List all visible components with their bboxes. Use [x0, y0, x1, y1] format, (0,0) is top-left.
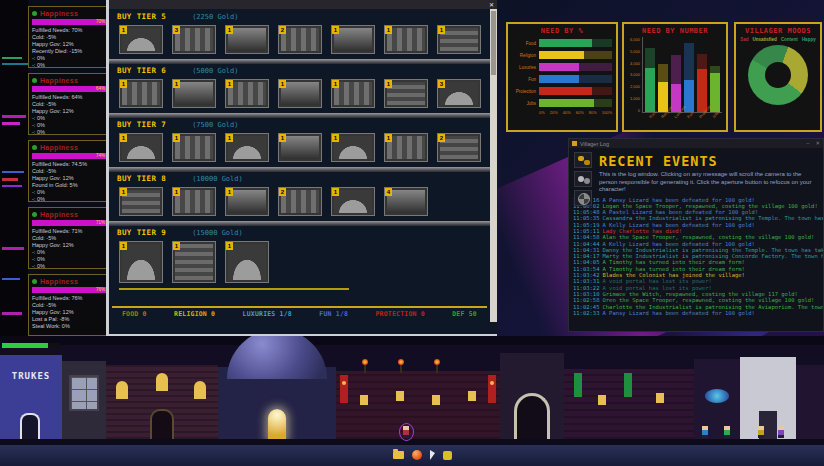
chart-title: VILLAGER MOODS — [740, 27, 816, 35]
building-arched-hall[interactable] — [500, 353, 564, 439]
building-tile[interactable]: 1 — [225, 79, 269, 108]
tile-count-badge: 3 — [173, 26, 180, 34]
close-icon[interactable]: ✕ — [489, 2, 494, 8]
building-tile[interactable]: 1 — [119, 133, 163, 162]
building-tile[interactable]: 1 — [172, 79, 216, 108]
shop-titlebar[interactable]: ✕ — [109, 0, 497, 9]
happiness-stat-line: Happy Gov: 12% — [32, 41, 106, 48]
torch — [436, 363, 438, 373]
building-tile[interactable]: 1 — [172, 187, 216, 216]
villager-sprite[interactable] — [778, 426, 784, 438]
building-tile[interactable]: 1 — [278, 133, 322, 162]
building-oval-window[interactable] — [694, 359, 740, 439]
close-icon[interactable]: ✕ — [815, 141, 820, 146]
game-scene[interactable]: TRUKES — [0, 336, 824, 445]
tier-buy-label[interactable]: BUY TIER 8 — [117, 174, 166, 183]
happiness-title: Happiness — [40, 211, 78, 218]
taskbar[interactable] — [0, 445, 824, 466]
building-tile[interactable]: 1 — [119, 79, 163, 108]
building-tile[interactable]: 3 — [172, 25, 216, 54]
tile-count-badge: 1 — [120, 188, 127, 196]
building-tile[interactable]: 1 — [119, 187, 163, 216]
happiness-stat-line: Cold: -5% — [32, 302, 106, 309]
building-tile[interactable]: 1 — [437, 25, 481, 54]
building-tile[interactable]: 2 — [437, 133, 481, 162]
tier-buy-label[interactable]: BUY TIER 6 — [117, 66, 166, 75]
building-tile[interactable]: 1 — [331, 79, 375, 108]
building-tile[interactable]: 1 — [119, 241, 163, 283]
building-tile[interactable]: 1 — [331, 25, 375, 54]
building-thumbnail — [387, 190, 425, 213]
player-character[interactable] — [403, 426, 409, 438]
need-num-xlabels: FoodReligionLuxuriesFunProtectionJobs — [646, 113, 722, 121]
building-tile[interactable]: 1 — [384, 79, 428, 108]
happiness-stat-line: Fulfilled Needs: 70% — [32, 27, 106, 34]
lit-window — [360, 395, 368, 405]
building-tile[interactable]: 1 — [225, 187, 269, 216]
need-pct-row: Luxuries — [512, 61, 612, 73]
building-tile[interactable]: 2 — [278, 25, 322, 54]
building-tile[interactable]: 1 — [225, 241, 269, 283]
app-icon[interactable] — [443, 451, 452, 460]
log-entry[interactable]: 11:02:33A Pansy Lizard has been defeated… — [573, 310, 821, 316]
villager-moods-panel: VILLAGER MOODS SadUnsatisfiedContentHapp… — [734, 22, 822, 132]
building-dome-temple[interactable] — [218, 367, 336, 439]
aperture-icon[interactable] — [574, 190, 592, 206]
happiness-header: Happiness — [32, 9, 106, 18]
tier-buy-label[interactable]: BUY TIER 7 — [117, 120, 166, 129]
building-thumbnail — [228, 136, 266, 159]
tier-buy-label[interactable]: BUY TIER 9 — [117, 228, 166, 237]
building-shopfront[interactable] — [62, 361, 106, 439]
glowing-door[interactable] — [268, 409, 286, 439]
building-trukes[interactable]: TRUKES — [0, 355, 62, 439]
browser-icon[interactable] — [412, 450, 422, 460]
happiness-stat-line: -: 0% — [32, 115, 106, 122]
building-tile[interactable]: 1 — [225, 133, 269, 162]
building-tile[interactable]: 1 — [384, 133, 428, 162]
need-pct-row: Jobs — [512, 97, 612, 109]
events-header: RECENT EVENTS — [599, 153, 819, 169]
building-brick-tavern[interactable] — [106, 365, 218, 439]
building-tile[interactable]: 1 — [225, 25, 269, 54]
minimize-icon[interactable]: – — [806, 141, 809, 146]
building-tile[interactable]: 3 — [437, 79, 481, 108]
section-divider — [109, 221, 497, 226]
events-titlebar[interactable]: Villager Log – ✕ — [569, 139, 823, 148]
building-tile[interactable]: 2 — [278, 187, 322, 216]
building-door[interactable] — [20, 413, 40, 439]
tier-buy-label[interactable]: BUY TIER 5 — [117, 12, 166, 21]
villager-sprite[interactable] — [724, 426, 730, 438]
building-door[interactable] — [150, 409, 174, 439]
happiness-panel: Happiness74%Fulfilled Needs: 74.5%Cold: … — [28, 140, 110, 202]
villager-sprite[interactable] — [702, 426, 708, 438]
happiness-stat-line: Happy Gov: 12% — [32, 242, 106, 249]
building-thumbnail — [440, 136, 478, 159]
villager-sprite[interactable] — [758, 426, 764, 438]
building-row-banners[interactable] — [336, 371, 500, 439]
building-tile[interactable]: 1 — [119, 25, 163, 54]
building-tile[interactable]: 1 — [331, 187, 375, 216]
building-tile[interactable]: 4 — [384, 187, 428, 216]
happiness-header: Happiness — [32, 76, 106, 85]
cursor-icon[interactable] — [430, 450, 435, 460]
footer-stat: PROTECTION 0 — [376, 310, 425, 318]
axis-tick: 100% — [602, 110, 612, 115]
building-white-pillar[interactable] — [740, 357, 796, 439]
building-purple-row[interactable] — [564, 369, 694, 439]
building-tile[interactable]: 1 — [384, 25, 428, 54]
arched-door[interactable] — [514, 393, 550, 439]
masks-icon[interactable] — [574, 171, 592, 187]
building-tile[interactable]: 1 — [172, 133, 216, 162]
scrollbar-thumb[interactable] — [491, 11, 496, 75]
building-tile[interactable]: 1 — [331, 133, 375, 162]
building-tile[interactable]: 1 — [278, 79, 322, 108]
need-pct-label: Fun — [512, 77, 536, 82]
log-bubbles-icon[interactable] — [574, 152, 592, 168]
mood-legend: SadUnsatisfiedContentHappy — [740, 37, 816, 43]
building-thumbnail — [387, 136, 425, 159]
scrollbar[interactable] — [490, 9, 497, 322]
tile-count-badge: 1 — [279, 134, 286, 142]
folder-icon[interactable] — [393, 451, 404, 459]
background-chart-fragment — [2, 63, 28, 65]
building-tile[interactable]: 1 — [172, 241, 216, 283]
